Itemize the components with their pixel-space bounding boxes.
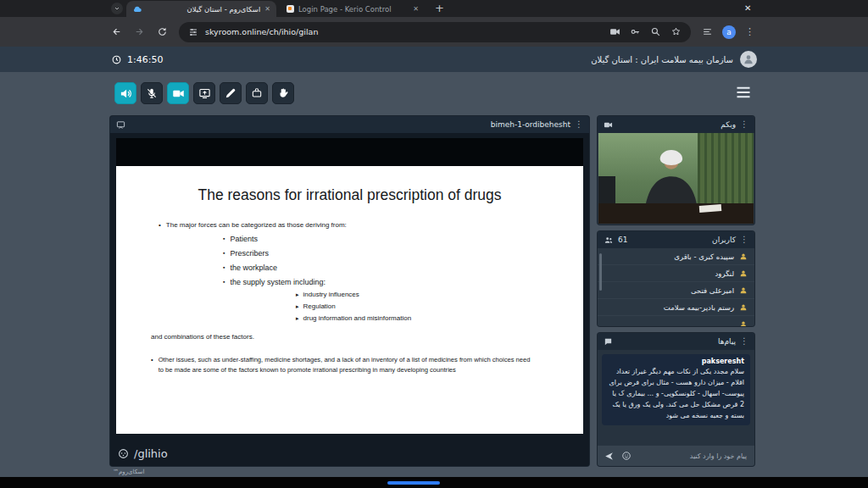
- video-camera-icon: [172, 87, 185, 100]
- tab-camera-icon[interactable]: [609, 26, 620, 37]
- slide-text: The major forces can be categorized as t…: [166, 221, 347, 229]
- slide-text: and combinations of these factors.: [151, 333, 583, 341]
- taskbar-accent: [387, 481, 440, 485]
- back-button[interactable]: [111, 26, 122, 37]
- message-input[interactable]: [638, 452, 748, 461]
- slide-text: the workplace: [230, 263, 277, 272]
- password-key-icon[interactable]: [630, 26, 641, 37]
- users-title: کاربران: [712, 236, 736, 244]
- whiteboard-canvas[interactable]: The reasons for irrational prescription …: [110, 133, 589, 466]
- taskbar: [0, 477, 868, 488]
- send-icon[interactable]: [604, 451, 615, 462]
- zoom-icon[interactable]: [650, 26, 661, 37]
- messages-title: پیام‌ها: [718, 337, 736, 346]
- messages-menu-icon[interactable]: ⋮: [740, 337, 748, 346]
- bullet-icon: ▪: [223, 249, 225, 258]
- conference-toolbar: [114, 82, 294, 104]
- app-header: 1:46:50 سازمان بیمه سلامت ایران : استان …: [0, 47, 868, 72]
- user-name: سپیده کبری - باقری: [674, 252, 734, 261]
- profile-avatar[interactable]: a: [722, 25, 736, 39]
- tab-close-icon[interactable]: ✕: [264, 5, 270, 13]
- slide-text: industry influences: [303, 291, 359, 298]
- address-bar[interactable]: skyroom.online/ch/ihio/gilan: [179, 22, 691, 42]
- screen-share-button[interactable]: [193, 82, 215, 104]
- arrow-bullet-icon: ▸: [296, 302, 299, 310]
- person-icon: [743, 53, 754, 65]
- tab-kerio[interactable]: Login Page - Kerio Control ✕: [281, 1, 425, 17]
- messages-body: pakseresht سلام مجدد یکی از نکات مهم دیگ…: [598, 350, 754, 446]
- emoji-icon[interactable]: [621, 451, 632, 461]
- webcam-panel: وبکم ⋮: [598, 116, 754, 225]
- user-row[interactable]: رستم بادپر-بیمه سلامت: [598, 299, 754, 316]
- speaker-button[interactable]: [114, 82, 136, 104]
- bullet-icon: •: [159, 221, 161, 229]
- arrow-bullet-icon: ▸: [296, 314, 299, 322]
- tab-search-button[interactable]: [111, 3, 123, 14]
- whiteboard-header: bimeh-1-ordibehesht ⋮: [110, 116, 589, 133]
- users-scrollbar[interactable]: [599, 253, 602, 291]
- user-icon: [739, 286, 748, 295]
- briefcase-icon: [251, 87, 263, 99]
- webcam-button[interactable]: [167, 82, 189, 104]
- webcam-menu-icon[interactable]: ⋮: [740, 120, 748, 129]
- slide-text: drug information and misinformation: [303, 314, 412, 322]
- user-row[interactable]: امیرعلی فتحی: [598, 282, 754, 299]
- user-name: …: [727, 320, 735, 327]
- users-count: 61: [618, 236, 627, 244]
- skyroom-favicon: [132, 5, 142, 13]
- whiteboard-panel: bimeh-1-ordibehesht ⋮ The reasons for ir…: [110, 116, 589, 466]
- webcam-header: وبکم ⋮: [598, 116, 754, 133]
- raise-hand-button[interactable]: [272, 82, 294, 104]
- presentation-title: bimeh-1-ordibehesht: [491, 120, 570, 129]
- camera-icon: [604, 120, 613, 130]
- extensions-icon[interactable]: [702, 26, 713, 37]
- whiteboard-menu-icon[interactable]: ⋮: [575, 120, 583, 129]
- draw-button[interactable]: [220, 82, 242, 104]
- slide: The reasons for irrational prescription …: [116, 166, 583, 434]
- user-row[interactable]: سپیده کبری - باقری: [598, 248, 754, 265]
- timer-value: 1:46:50: [127, 54, 163, 65]
- session-timer: 1:46:50: [111, 54, 163, 65]
- microphone-muted-button[interactable]: [141, 82, 163, 104]
- clock-icon: [111, 54, 122, 65]
- room-title: سازمان بیمه سلامت ایران : استان گیلان: [591, 55, 733, 64]
- slide-top-band: [116, 138, 583, 166]
- message-input-bar: [598, 446, 754, 466]
- site-settings-icon[interactable]: [188, 27, 198, 37]
- tab-close-icon[interactable]: ✕: [413, 5, 419, 13]
- arrow-bullet-icon: ▸: [296, 291, 299, 298]
- user-name: امیرعلی فتحی: [691, 286, 734, 295]
- mic-off-icon: [146, 87, 158, 99]
- tab-skyroom[interactable]: اسکای‌روم - استان گیلان ✕: [126, 1, 276, 17]
- slide-text: Other issues, such as under-staffing, me…: [159, 355, 534, 374]
- forward-button[interactable]: [134, 26, 145, 37]
- file-share-button[interactable]: [246, 82, 268, 104]
- slide-title: The reasons for irrational prescription …: [116, 166, 583, 204]
- users-header: 61 کاربران ⋮: [598, 231, 754, 248]
- users-icon: [604, 236, 614, 245]
- bookmark-star-icon[interactable]: [670, 26, 682, 37]
- slide-text: Regulation: [303, 302, 336, 310]
- reload-button[interactable]: [157, 26, 168, 37]
- bullet-icon: ▪: [223, 235, 225, 243]
- bullet-icon: ▪: [223, 278, 225, 286]
- profile-initial: a: [726, 28, 732, 36]
- hamburger-icon: [736, 86, 751, 98]
- users-menu-icon[interactable]: ⋮: [740, 236, 748, 244]
- window-close-button[interactable]: ✕: [739, 2, 756, 14]
- user-name: لنگرود: [715, 269, 734, 278]
- user-row[interactable]: لنگرود: [598, 265, 754, 282]
- message-sender: pakseresht: [608, 358, 744, 365]
- user-avatar[interactable]: [740, 51, 757, 68]
- app-menu-button[interactable]: [736, 86, 751, 98]
- speaker-icon: [120, 87, 132, 100]
- hand-icon: [277, 87, 289, 99]
- user-row[interactable]: …: [598, 316, 754, 326]
- browser-menu-icon[interactable]: ⋮: [745, 27, 754, 36]
- user-name: رستم بادپر-بیمه سلامت: [664, 303, 734, 312]
- tab-title: اسکای‌روم - استان گیلان: [147, 5, 260, 14]
- slide-text: Patients: [230, 235, 258, 243]
- chat-icon: [604, 337, 613, 347]
- kerio-favicon: [287, 5, 294, 13]
- new-tab-button[interactable]: +: [435, 2, 444, 14]
